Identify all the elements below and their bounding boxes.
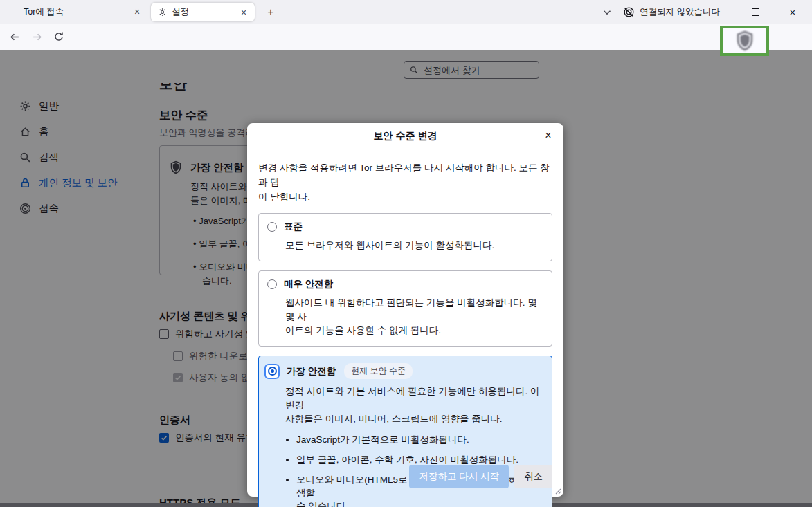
option-description: 모든 브라우저와 웹사이트의 기능이 활성화됩니다. [285, 239, 543, 252]
forward-button[interactable] [28, 28, 46, 45]
tab-tor-connect[interactable]: Tor에 접속 × [6, 0, 148, 24]
option-label: 가장 안전함 [287, 365, 336, 378]
option-description: 정적 사이트와 기본 서비스에 필요한 기능에만 허용됩니다. 이 변경 사항들… [285, 385, 543, 426]
tab-close-icon[interactable]: × [237, 6, 251, 19]
tab-label: Tor에 접속 [24, 6, 130, 18]
option-label: 매우 안전함 [284, 278, 333, 291]
list-all-tabs-chevron-icon[interactable] [601, 6, 613, 19]
window-close-button[interactable]: × [777, 0, 809, 24]
not-connected-icon [623, 6, 635, 18]
tab-close-icon[interactable]: × [130, 5, 144, 19]
bullet-item: JavaScript가 기본적으로 비활성화됩니다. [296, 433, 543, 446]
radio-unselected[interactable] [267, 222, 277, 232]
dialog-intro-text: 변경 사항을 적용하려면 Tor 브라우저를 다시 시작해야 합니다. 모든 창… [258, 160, 552, 204]
tab-label: 설정 [172, 6, 237, 18]
cancel-button[interactable]: 취소 [514, 465, 552, 488]
window-maximize-button[interactable] [739, 0, 771, 24]
save-and-restart-button[interactable]: 저장하고 다시 시작 [409, 465, 509, 488]
dialog-header: 보안 수준 변경 × [247, 123, 563, 149]
option-description: 웹사이트 내 위험하다고 판단되는 기능을 비활성화합니다. 몇몇 사 이트의 … [285, 296, 543, 338]
tab-bar: Tor에 접속 × 설정 × + 연결되지 않았습니다 × [0, 0, 812, 24]
security-level-dialog: 보안 수준 변경 × 변경 사항을 적용하려면 Tor 브라우저를 다시 시작해… [247, 123, 563, 497]
dialog-title: 보안 수준 변경 [374, 130, 437, 142]
shield-icon [733, 29, 757, 53]
navigation-toolbar: Tor 브라우저 about:preferences#privacy [0, 24, 812, 50]
radio-selected[interactable] [264, 364, 280, 379]
radio-unselected[interactable] [267, 279, 277, 289]
dialog-resize-grip[interactable] [554, 487, 561, 495]
tab-settings[interactable]: 설정 × [151, 3, 255, 21]
annotation-highlight-shield-button[interactable] [720, 26, 769, 56]
current-level-badge: 현재 보안 수준 [344, 363, 413, 379]
new-tab-button[interactable]: + [263, 5, 278, 20]
dialog-close-icon[interactable]: × [540, 127, 557, 144]
option-standard[interactable]: 표준 모든 브라우저와 웹사이트의 기능이 활성화됩니다. [258, 213, 552, 261]
gear-icon [158, 8, 167, 17]
option-safer[interactable]: 매우 안전함 웹사이트 내 위험하다고 판단되는 기능을 비활성화합니다. 몇몇… [258, 270, 552, 347]
window-minimize-button[interactable] [705, 0, 737, 24]
option-label: 표준 [284, 221, 303, 233]
back-button[interactable] [6, 28, 24, 45]
reload-button[interactable] [50, 28, 68, 45]
